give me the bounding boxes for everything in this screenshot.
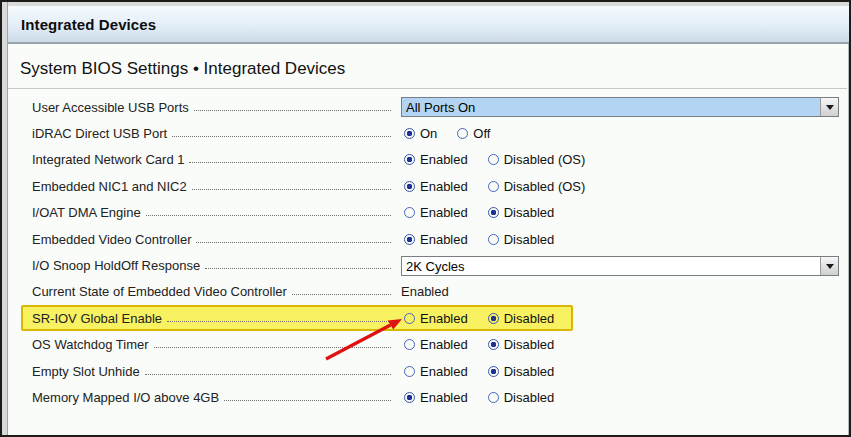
setting-label: I/OAT DMA Engine [32, 205, 141, 220]
setting-control: Enabled [401, 284, 847, 299]
dotted-leader [189, 162, 391, 163]
setting-control: EnabledDisabled (OS) [401, 152, 847, 167]
radio-unselected-icon[interactable] [488, 154, 499, 165]
setting-label-group: Embedded NIC1 and NIC2 [32, 179, 394, 194]
radio-option[interactable]: Disabled [488, 311, 555, 326]
setting-control: EnabledDisabled [401, 337, 847, 352]
chevron-down-icon [826, 264, 834, 273]
radio-option-label: Disabled [504, 364, 555, 379]
radio-option-label: Off [473, 126, 490, 141]
radio-option[interactable]: Disabled [488, 364, 555, 379]
dotted-leader [196, 242, 391, 243]
radio-option[interactable]: Enabled [404, 205, 468, 220]
dotted-leader [292, 294, 391, 295]
radio-group: EnabledDisabled (OS) [401, 179, 605, 194]
setting-row: OS Watchdog Timer EnabledDisabled [8, 332, 847, 358]
title-separator [8, 88, 847, 89]
radio-option[interactable]: Disabled [488, 337, 555, 352]
dotted-leader [146, 215, 391, 216]
radio-unselected-icon[interactable] [404, 207, 415, 218]
setting-label-group: Current State of Embedded Video Controll… [32, 284, 394, 299]
dotted-leader [194, 110, 391, 111]
radio-selected-icon[interactable] [488, 339, 499, 350]
setting-row: User Accessible USB Ports All Ports On [8, 94, 847, 120]
setting-row: I/O Snoop HoldOff Response 2K Cycles [8, 252, 847, 278]
radio-group: EnabledDisabled (OS) [401, 152, 605, 167]
radio-option[interactable]: Enabled [404, 152, 468, 167]
radio-option[interactable]: Enabled [404, 179, 468, 194]
dotted-leader [172, 136, 391, 137]
radio-selected-icon[interactable] [404, 128, 415, 139]
setting-label: OS Watchdog Timer [32, 337, 149, 352]
radio-selected-icon[interactable] [404, 154, 415, 165]
page-title: System BIOS Settings • Integrated Device… [20, 59, 345, 79]
setting-label: Memory Mapped I/O above 4GB [32, 390, 219, 405]
dropdown-arrow-button[interactable] [820, 257, 838, 275]
setting-label-group: Integrated Network Card 1 [32, 152, 394, 167]
radio-option[interactable]: Disabled [488, 390, 555, 405]
radio-selected-icon[interactable] [488, 207, 499, 218]
setting-row: Embedded NIC1 and NIC2 EnabledDisabled (… [8, 173, 847, 199]
radio-selected-icon[interactable] [404, 234, 415, 245]
radio-group: EnabledDisabled [401, 390, 574, 405]
dropdown-select[interactable]: 2K Cycles [401, 256, 839, 276]
setting-label-group: I/O Snoop HoldOff Response [32, 258, 394, 273]
radio-option[interactable]: Disabled (OS) [488, 179, 586, 194]
section-header-title: Integrated Devices [21, 16, 156, 33]
radio-option-label: Enabled [420, 152, 468, 167]
setting-label: Current State of Embedded Video Controll… [32, 284, 287, 299]
radio-option-label: Disabled [504, 232, 555, 247]
setting-label: Embedded Video Controller [32, 232, 191, 247]
settings-panel: System BIOS Settings • Integrated Device… [8, 44, 849, 435]
radio-unselected-icon[interactable] [488, 181, 499, 192]
section-header-bar: Integrated Devices [8, 6, 849, 44]
dropdown-select[interactable]: All Ports On [401, 97, 839, 117]
radio-option-label: Disabled [504, 390, 555, 405]
setting-row: I/OAT DMA Engine EnabledDisabled [8, 200, 847, 226]
setting-label: Embedded NIC1 and NIC2 [32, 179, 187, 194]
setting-label-group: User Accessible USB Ports [32, 100, 394, 115]
setting-control: All Ports On [401, 97, 847, 117]
setting-label-group: iDRAC Direct USB Port [32, 126, 394, 141]
radio-unselected-icon[interactable] [488, 392, 499, 403]
setting-row: Current State of Embedded Video Controll… [8, 279, 847, 305]
radio-selected-icon[interactable] [404, 181, 415, 192]
radio-option[interactable]: On [404, 126, 437, 141]
radio-group: EnabledDisabled [401, 337, 574, 352]
setting-row: Embedded Video Controller EnabledDisable… [8, 226, 847, 252]
setting-label: Integrated Network Card 1 [32, 152, 184, 167]
setting-row: Memory Mapped I/O above 4GB EnabledDisab… [8, 384, 847, 410]
setting-control: EnabledDisabled [401, 205, 847, 220]
radio-option-label: Enabled [420, 337, 468, 352]
radio-option[interactable]: Disabled [488, 205, 555, 220]
radio-group: OnOff [401, 126, 510, 141]
setting-label: Empty Slot Unhide [32, 364, 140, 379]
setting-label-group: Embedded Video Controller [32, 232, 394, 247]
radio-option-label: Enabled [420, 205, 468, 220]
radio-option-label: On [420, 126, 437, 141]
radio-option[interactable]: Disabled [488, 232, 555, 247]
radio-group: EnabledDisabled [401, 364, 574, 379]
bios-settings-window: Integrated Devices System BIOS Settings … [0, 0, 851, 437]
red-arrow-annotation [308, 309, 418, 419]
setting-control: EnabledDisabled [401, 311, 847, 326]
dropdown-selected-value: All Ports On [402, 98, 820, 116]
setting-row: SR-IOV Global Enable EnabledDisabled [8, 305, 847, 331]
radio-selected-icon[interactable] [488, 313, 499, 324]
radio-selected-icon[interactable] [488, 366, 499, 377]
setting-row: Integrated Network Card 1 EnabledDisable… [8, 147, 847, 173]
dotted-leader [192, 189, 391, 190]
dropdown-selected-value: 2K Cycles [402, 257, 820, 275]
setting-control: EnabledDisabled [401, 390, 847, 405]
radio-option[interactable]: Disabled (OS) [488, 152, 586, 167]
setting-control: 2K Cycles [401, 256, 847, 276]
radio-group: EnabledDisabled [401, 232, 574, 247]
dropdown-arrow-button[interactable] [820, 98, 838, 116]
radio-option[interactable]: Off [457, 126, 490, 141]
setting-label: I/O Snoop HoldOff Response [32, 258, 200, 273]
radio-unselected-icon[interactable] [457, 128, 468, 139]
radio-group: EnabledDisabled [401, 205, 574, 220]
radio-unselected-icon[interactable] [488, 234, 499, 245]
window-top-frame [8, 2, 849, 6]
radio-option[interactable]: Enabled [404, 232, 468, 247]
